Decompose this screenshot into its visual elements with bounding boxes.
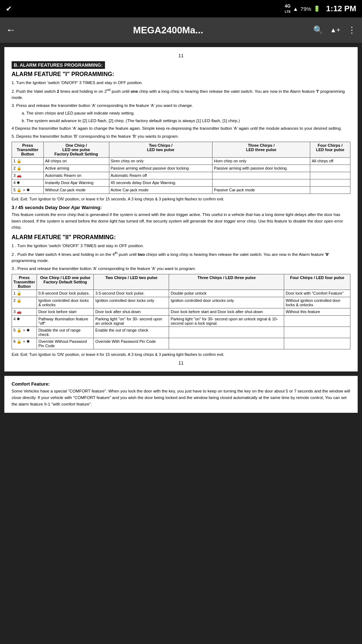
nav-title: MEGA2400Ma... bbox=[23, 25, 313, 36]
row4-col4 bbox=[310, 179, 350, 186]
table-row: 6 🔒 + ✱ Override Without Password Pin Co… bbox=[12, 338, 350, 349]
col-header-1: One Chirp /LED one pulseFactory Default … bbox=[43, 142, 109, 157]
row5-col2: Active Car-jack mode bbox=[109, 186, 212, 194]
col-header-4: Four Chirps / LED four pulse bbox=[284, 274, 350, 290]
signal-icon: ▲ bbox=[293, 6, 298, 12]
battery-icon: 🔋 bbox=[313, 5, 320, 12]
row4-col3: Parking light "on" for 30- second upon a… bbox=[169, 315, 284, 327]
row3-btn: 3 🚗 bbox=[12, 172, 44, 179]
row5-col3 bbox=[169, 327, 284, 338]
row3-col3: Door lock before start and Door lock aft… bbox=[169, 308, 284, 315]
row2-col1: Active arming bbox=[43, 165, 109, 172]
back-button[interactable]: ← bbox=[6, 24, 16, 36]
row6-col1: Override Without Password Pin Code bbox=[37, 338, 93, 349]
table-row: 3 🚗 Door lock before start Door lock aft… bbox=[12, 308, 350, 315]
row1-col2: 3.5-second Door lock pulse. bbox=[94, 290, 169, 297]
more-options-icon[interactable]: ⋮ bbox=[348, 25, 356, 35]
step-2: 2. Push the Valet switch 2 times and hol… bbox=[12, 87, 350, 101]
bottom-section: Comfort Feature: Some Vehicles have a sp… bbox=[4, 376, 358, 412]
row3-col3 bbox=[212, 172, 310, 179]
row3-col4: Without this feature bbox=[284, 308, 350, 315]
page-10-content: 11 B. ALARM FEATURES PROGRAMMING: ALARM … bbox=[4, 47, 358, 371]
step-3: 3. Press and release the transmitter but… bbox=[12, 103, 350, 109]
row4-col2: 45 seconds delay Door Ajar Warning. bbox=[109, 179, 212, 186]
search-icon[interactable]: 🔍 bbox=[313, 25, 323, 35]
row6-btn: 6 🔒 + ✱ bbox=[12, 338, 37, 349]
row2-btn: 2 🔒 bbox=[12, 165, 44, 172]
row2-col4 bbox=[310, 165, 350, 172]
row4-btn: 4 ✱ bbox=[12, 315, 37, 327]
row1-col2: Siren chirp on only bbox=[109, 157, 212, 165]
row2-col1: Ignition controlled door locks & unlocks bbox=[37, 297, 93, 308]
row4-col2: Parking light "on" for 30- second upon a… bbox=[94, 315, 169, 327]
col-header-2: Two Chirps /LED two pulse bbox=[109, 142, 212, 157]
row3-col4 bbox=[310, 172, 350, 179]
row6-col4 bbox=[284, 338, 350, 349]
step-1: 1. Turn the Ignition 'switch 'ON/OFF' 3 … bbox=[12, 80, 350, 86]
feature-ii-title: ALARM FEATURE "II" PRORAMMING: bbox=[12, 234, 350, 241]
ii-step-2: 2 . Push the Valet switch 4 times and ho… bbox=[12, 250, 350, 264]
row2-col2: Ignition controlled door locks only bbox=[94, 297, 169, 308]
row5-col1: Without Car-jack mode bbox=[43, 186, 109, 194]
table-header-row: PressTransmitterButton One Chirp /LED on… bbox=[12, 142, 350, 157]
table-header-row: PressTransmitterButton One Chirp / LED o… bbox=[12, 274, 350, 290]
status-icons: 4GLTE ▲ 79% 🔋 1:12 PM bbox=[285, 4, 356, 14]
section-b-header: B. ALARM FEATURES PROGRAMMING: bbox=[12, 61, 105, 69]
page-number-top: 11 bbox=[12, 53, 350, 58]
row1-col4: Door lock with "Comfort Feature" bbox=[284, 290, 350, 297]
step-3b: b. The system would advance to [2] LED f… bbox=[22, 118, 350, 124]
row3-col2: Door lock after shut-down bbox=[94, 308, 169, 315]
status-bar: ✔ 4GLTE ▲ 79% 🔋 1:12 PM bbox=[0, 0, 362, 17]
row3-col2: Automatic Rearm off bbox=[109, 172, 212, 179]
step-5: 5. Depress the transmitter button 'B' co… bbox=[12, 133, 350, 140]
row3-col1: Automatic Rearm on bbox=[43, 172, 109, 179]
row1-col3: Horn chirp on only bbox=[212, 157, 310, 165]
step-4: 4 Depress the transmitter button 'A' aga… bbox=[12, 125, 350, 132]
row3-btn: 3 🚗 bbox=[12, 308, 37, 315]
delay-title: 3 / 45 seconds Delay Door Ajar Warning: bbox=[12, 205, 350, 210]
battery-level: 79% bbox=[300, 6, 311, 12]
row5-col2: Enable the out of range check bbox=[94, 327, 169, 338]
col-header-1: One Chirp / LED one pulseFactory Default… bbox=[37, 274, 93, 290]
row3-col1: Door lock before start bbox=[37, 308, 93, 315]
row5-btn: 5 🔒 + ✱ bbox=[12, 186, 44, 194]
row4-col4 bbox=[284, 315, 350, 327]
row5-col1: Disable the out of range check. bbox=[37, 327, 93, 338]
table-row: 1 🔒 0.8-second Door lock pulses. 3.5-sec… bbox=[12, 290, 350, 297]
exit-text-ii: Exit: Exit: Turn Ignition to 'ON' positi… bbox=[12, 352, 350, 358]
row1-col1: 0.8-second Door lock pulses. bbox=[37, 290, 93, 297]
nav-bar: ← MEGA2400Ma... 🔍 ▲+ ⋮ bbox=[0, 17, 362, 43]
ii-step-1: 1 . Turn the Ignition 'switch 'ON/OFF' 3… bbox=[12, 243, 350, 249]
table-row: 5 🔒 + ✱ Without Car-jack mode Active Car… bbox=[12, 186, 350, 194]
network-type: 4GLTE bbox=[285, 4, 291, 14]
row1-btn: 1 🔒 bbox=[12, 290, 37, 297]
ii-step-3: 3 . Press and release the transmitter bu… bbox=[12, 266, 350, 272]
col-header-0: PressTransmitterButton bbox=[12, 142, 44, 157]
feature-i-title: ALARM FEATURE "I" PRORAMMING: bbox=[12, 71, 350, 78]
page-number-bottom: 11 bbox=[12, 360, 350, 366]
col-header-0: PressTransmitterButton bbox=[12, 274, 37, 290]
row1-col1: All chirps on bbox=[43, 157, 109, 165]
row5-btn: 5 🔒 + ✱ bbox=[12, 327, 37, 338]
row2-col3: Ignition controlled door unlocks only bbox=[169, 297, 284, 308]
row2-btn: 2 🔒 bbox=[12, 297, 37, 308]
table-row: 4 ✱ Pathway illumination feature "off" P… bbox=[12, 315, 350, 327]
row1-col4: All chirps off bbox=[310, 157, 350, 165]
row4-col1: Pathway illumination feature "off" bbox=[37, 315, 93, 327]
col-header-3: Three Chirps / LED three pulse bbox=[169, 274, 284, 290]
nav-actions: 🔍 ▲+ ⋮ bbox=[313, 25, 356, 35]
comfort-text: Some Vehicles have a special "COMFORT fe… bbox=[12, 388, 350, 407]
upload-icon[interactable]: ▲+ bbox=[330, 26, 340, 34]
row4-col3 bbox=[212, 179, 310, 186]
step-3a: a. The siren chirps and LED pause will i… bbox=[22, 110, 350, 116]
row2-col2: Passive arming without passive door lock… bbox=[109, 165, 212, 172]
exit-text-i: Exit: Exit: Turn Ignition to 'ON' positi… bbox=[12, 196, 350, 202]
table-row: 5 🔒 + ✱ Disable the out of range check. … bbox=[12, 327, 350, 338]
delay-text: This feature controls the error chirp th… bbox=[12, 212, 350, 230]
table-row: 2 🔒 Ignition controlled door locks & unl… bbox=[12, 297, 350, 308]
row1-col3: Double pulse unlock bbox=[169, 290, 284, 297]
table-feature-i: PressTransmitterButton One Chirp /LED on… bbox=[12, 142, 350, 194]
comfort-title: Comfort Feature: bbox=[12, 381, 350, 387]
row6-col2: Override With Password Pin Code bbox=[94, 338, 169, 349]
table-feature-ii: PressTransmitterButton One Chirp / LED o… bbox=[12, 274, 350, 349]
